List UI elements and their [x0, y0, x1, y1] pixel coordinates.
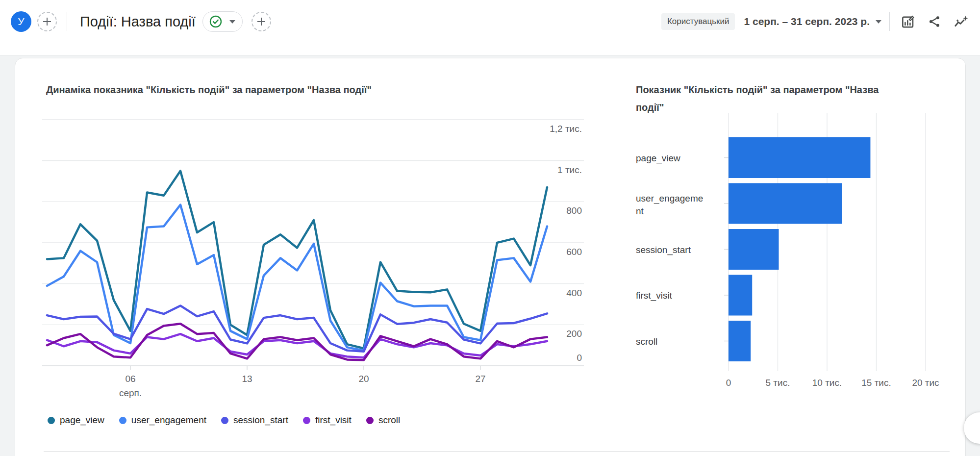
add-comparison-button[interactable]: [37, 12, 57, 31]
bar-user_engagement[interactable]: [729, 183, 842, 224]
legend-item-session_start: session_start: [221, 415, 288, 426]
header-divider: [67, 12, 67, 31]
svg-text:5 тис.: 5 тис.: [766, 378, 790, 388]
share-icon: [928, 15, 941, 28]
legend-item-scroll: scroll: [366, 415, 400, 426]
svg-text:page_view: page_view: [636, 153, 680, 164]
report-status-dropdown[interactable]: [202, 11, 243, 32]
plus-icon: [42, 16, 52, 27]
svg-text:1,2 тис.: 1,2 тис.: [550, 124, 582, 134]
svg-text:0: 0: [726, 378, 731, 388]
line-chart-plot-area[interactable]: [47, 120, 547, 366]
legend-item-page_view: page_view: [48, 415, 104, 426]
customize-report-button[interactable]: [898, 11, 918, 32]
section-divider: [44, 451, 950, 452]
svg-text:user_engageme: user_engageme: [636, 193, 703, 204]
svg-text:27: 27: [475, 374, 485, 384]
svg-text:scroll: scroll: [636, 336, 657, 347]
svg-text:15 тис.: 15 тис.: [861, 378, 891, 388]
ga4-report-page: У Події: Назва події Користувацький 1 се…: [0, 0, 980, 456]
svg-text:06: 06: [125, 374, 135, 384]
segment-avatar[interactable]: У: [11, 11, 31, 32]
legend-item-first_visit: first_visit: [303, 415, 352, 426]
share-report-button[interactable]: [924, 11, 945, 32]
svg-text:800: 800: [566, 205, 582, 216]
svg-text:first_visit: first_visit: [636, 290, 673, 301]
chevron-down-icon: [876, 20, 881, 24]
insights-button[interactable]: [951, 11, 971, 32]
svg-text:13: 13: [242, 374, 252, 384]
legend-item-user_engagement: user_engagement: [119, 415, 206, 426]
legend-label: page_view: [60, 415, 104, 426]
bar-page_view[interactable]: [729, 137, 870, 178]
charts-canvas: 02004006008001 тис.1,2 тис.06серп.132027…: [15, 58, 966, 456]
bar-first_visit[interactable]: [729, 275, 752, 316]
session_start-legend-dot: [221, 417, 228, 424]
line-chart-x-axis: 06серп.132027: [119, 366, 486, 398]
svg-text:20: 20: [358, 374, 369, 384]
svg-text:nt: nt: [636, 206, 644, 216]
first_visit-legend-dot: [303, 417, 310, 424]
bar-scroll[interactable]: [729, 321, 751, 361]
page-title: Події: Назва події: [80, 14, 196, 30]
charts-card: Динаміка показника "Кількість подій" за …: [15, 58, 966, 456]
bar-session_start[interactable]: [729, 229, 779, 270]
svg-text:200: 200: [566, 329, 582, 339]
chevron-down-icon: [229, 20, 235, 24]
add-report-tab-button[interactable]: [251, 12, 271, 31]
legend-label: scroll: [378, 415, 400, 426]
edit-chart-icon: [901, 14, 915, 29]
date-range-text: 1 серп. – 31 серп. 2023 р.: [744, 16, 870, 27]
legend-label: session_start: [233, 415, 288, 426]
user_engagement-legend-dot: [119, 417, 126, 424]
plus-icon: [256, 16, 267, 27]
svg-text:10 тис.: 10 тис.: [812, 378, 842, 388]
svg-text:серп.: серп.: [119, 388, 142, 398]
scroll-legend-dot: [366, 417, 374, 424]
legend-label: user_engagement: [131, 415, 206, 426]
report-header: У Події: Назва події Користувацький 1 се…: [0, 0, 980, 55]
svg-text:1 тис.: 1 тис.: [557, 165, 582, 175]
svg-text:600: 600: [566, 247, 582, 257]
page_view-legend-dot: [48, 417, 55, 424]
svg-text:20 тис: 20 тис: [912, 378, 939, 388]
header-divider: [889, 12, 890, 31]
legend-label: first_visit: [315, 415, 352, 426]
line-chart-legend: page_viewuser_engagementsession_startfir…: [48, 415, 400, 426]
date-range-selector[interactable]: 1 серп. – 31 серп. 2023 р.: [744, 16, 881, 27]
svg-text:session_start: session_start: [636, 245, 691, 255]
svg-text:400: 400: [566, 288, 582, 298]
bar-chart-bars: page_viewuser_engagementsession_startfir…: [636, 137, 870, 361]
custom-report-badge: Користувацький: [661, 13, 735, 30]
svg-text:0: 0: [577, 353, 582, 363]
green-check-icon: [209, 15, 223, 28]
insights-icon: [954, 14, 968, 29]
